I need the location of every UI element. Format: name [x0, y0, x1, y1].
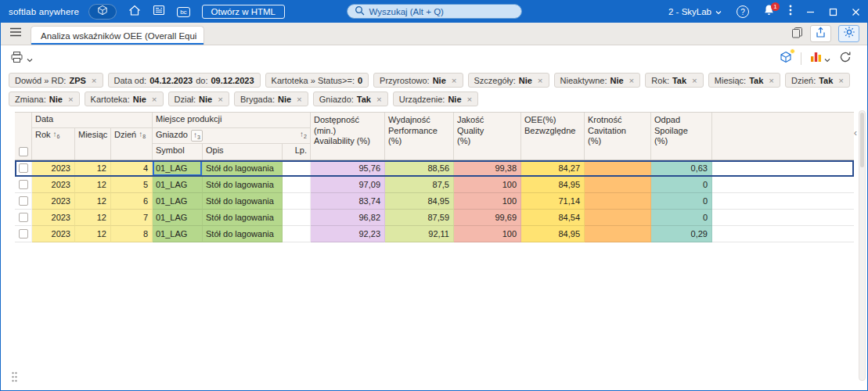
cell-symbol[interactable]: 01_LAG: [153, 193, 203, 210]
cell-rok[interactable]: 2023: [32, 210, 75, 226]
settings-button[interactable]: [838, 25, 859, 42]
vertical-scrollbar[interactable]: [859, 110, 866, 381]
cell-krotnosc[interactable]: [585, 177, 651, 193]
cell-miesiac[interactable]: 12: [75, 210, 111, 226]
cell-dostepnosc[interactable]: 95,76: [311, 160, 385, 177]
cell-opis[interactable]: Stół do lagowania: [203, 177, 283, 193]
cell-oee[interactable]: 84,27: [521, 160, 585, 177]
cell-lp[interactable]: [283, 160, 311, 177]
header-col-rok[interactable]: Rok ↑6: [32, 128, 75, 160]
filter-chip[interactable]: Dział:Nie×: [168, 91, 229, 106]
cell-jakosc[interactable]: 100: [454, 226, 521, 242]
filter-chip[interactable]: Miesiąc:Tak×: [708, 73, 780, 88]
cell-oee[interactable]: 84,95: [521, 177, 585, 193]
refresh-button[interactable]: [839, 51, 852, 66]
filter-chip[interactable]: Nieaktywne:Nie×: [554, 73, 641, 88]
header-col-dzien[interactable]: Dzień ↑8: [111, 128, 153, 160]
menu-button[interactable]: [1, 23, 31, 45]
cell-rok[interactable]: 2023: [32, 193, 75, 210]
cell-lp[interactable]: [283, 177, 311, 193]
cell-krotnosc[interactable]: [585, 160, 651, 177]
cell-opis[interactable]: Stół do lagowania: [203, 160, 283, 177]
chip-close-icon[interactable]: ×: [629, 76, 635, 85]
header-col-krotnosc[interactable]: Krotność Cavitation (%): [585, 113, 651, 160]
cell-dostepnosc[interactable]: 96,82: [311, 210, 385, 226]
help-button[interactable]: ?: [737, 5, 749, 18]
cell-dzien[interactable]: 7: [111, 210, 153, 226]
cell-jakosc[interactable]: 99,69: [454, 210, 521, 226]
table-row[interactable]: 202312701_LAGStół do lagowania96,8287,59…: [15, 210, 854, 226]
filter-chip[interactable]: Szczegóły:Nie×: [468, 73, 549, 88]
header-group-data[interactable]: Data: [32, 113, 153, 128]
header-col-symbol[interactable]: Symbol: [153, 144, 203, 160]
cell-miesiac[interactable]: 12: [75, 226, 111, 242]
scrollbar-thumb[interactable]: [860, 113, 864, 167]
cell-dostepnosc[interactable]: 83,74: [311, 193, 385, 210]
cell-odpad[interactable]: 0: [651, 177, 712, 193]
cell-oee[interactable]: 71,14: [521, 193, 585, 210]
cell-krotnosc[interactable]: [585, 226, 651, 242]
table-row[interactable]: 202312501_LAGStół do lagowania97,0987,51…: [15, 177, 854, 193]
chip-close-icon[interactable]: ×: [297, 95, 302, 104]
cell-oee[interactable]: 84,95: [521, 226, 585, 242]
user-selector[interactable]: 2 - SkyLab: [661, 1, 729, 23]
cell-miesiac[interactable]: 12: [75, 160, 111, 177]
header-col-gniazdo[interactable]: Gniazdo ↑3 ↑2: [153, 128, 311, 144]
cell-oee[interactable]: 84,54: [521, 210, 585, 226]
minimize-button[interactable]: [799, 1, 822, 23]
chip-close-icon[interactable]: ×: [376, 95, 382, 104]
cell-wydajnosc[interactable]: 88,56: [385, 160, 454, 177]
cell-symbol[interactable]: 01_LAG: [153, 160, 203, 177]
news-button[interactable]: [153, 5, 165, 19]
chip-close-icon[interactable]: ×: [218, 95, 223, 104]
filter-chip[interactable]: Kartoteka:Nie×: [85, 91, 164, 106]
close-button[interactable]: [845, 1, 867, 23]
filter-chip[interactable]: Dowód » RD:ZPS×: [9, 73, 103, 88]
bc-button[interactable]: bc: [177, 7, 189, 17]
cell-lp[interactable]: [283, 226, 311, 242]
header-col-odpad[interactable]: Odpad Spoilage (%): [651, 113, 712, 160]
chip-close-icon[interactable]: ×: [838, 76, 844, 85]
sort-asc-icon[interactable]: ↑3: [191, 130, 203, 142]
cell-wydajnosc[interactable]: 87,59: [385, 210, 454, 226]
notifications-button[interactable]: 1: [756, 1, 782, 23]
filter-chip[interactable]: Gniazdo:Tak×: [313, 91, 388, 106]
filter-chip[interactable]: Przyrostowo:Nie×: [373, 73, 463, 88]
cell-odpad[interactable]: 0: [651, 210, 712, 226]
cell-jakosc[interactable]: 100: [454, 177, 521, 193]
row-checkbox[interactable]: [19, 229, 28, 239]
chip-close-icon[interactable]: ×: [68, 95, 74, 104]
chip-close-icon[interactable]: ×: [452, 76, 457, 85]
chip-close-icon[interactable]: ×: [92, 76, 97, 85]
filter-chip[interactable]: Brygada:Nie×: [234, 91, 308, 106]
filter-chip[interactable]: Rok:Tak×: [645, 73, 703, 88]
header-col-miesiac[interactable]: Miesiąc ↑7: [75, 128, 111, 160]
header-col-opis[interactable]: Opis: [203, 144, 283, 160]
header-col-oee[interactable]: OEE(%) Bezwzględne: [521, 113, 585, 160]
cell-dzien[interactable]: 4: [111, 160, 153, 177]
cell-wydajnosc[interactable]: 87,5: [385, 177, 454, 193]
cell-jakosc[interactable]: 100: [454, 193, 521, 210]
cell-symbol[interactable]: 01_LAG: [153, 226, 203, 242]
select-all-checkbox[interactable]: [19, 147, 28, 156]
chip-close-icon[interactable]: ×: [467, 95, 473, 104]
drag-handle-icon[interactable]: [11, 371, 18, 383]
chart-view-button[interactable]: [810, 51, 830, 66]
open-in-html-button[interactable]: Otwórz w HTML: [202, 5, 285, 19]
cell-lp[interactable]: [283, 210, 311, 226]
maximize-button[interactable]: [822, 1, 845, 23]
tab-analiza-oee[interactable]: Analiza wskaźników OEE (Overall Equi: [31, 26, 204, 45]
cell-rok[interactable]: 2023: [32, 226, 75, 242]
chip-close-icon[interactable]: ×: [769, 76, 774, 85]
cell-dzien[interactable]: 6: [111, 193, 153, 210]
filter-chip[interactable]: Zmiana:Nie×: [9, 91, 80, 106]
collapse-panel-chevron-icon[interactable]: ‹: [854, 127, 857, 138]
header-col-wydajnosc[interactable]: Wydajność Performance (%): [385, 113, 454, 160]
chip-close-icon[interactable]: ×: [152, 95, 157, 104]
row-checkbox[interactable]: [19, 196, 28, 206]
cell-odpad[interactable]: 0,29: [651, 226, 712, 242]
cell-jakosc[interactable]: 99,38: [454, 160, 521, 177]
home-button[interactable]: [128, 5, 141, 20]
design-mode-button[interactable]: [780, 51, 792, 66]
table-row[interactable]: 202312801_LAGStół do lagowania92,2392,11…: [15, 226, 854, 242]
